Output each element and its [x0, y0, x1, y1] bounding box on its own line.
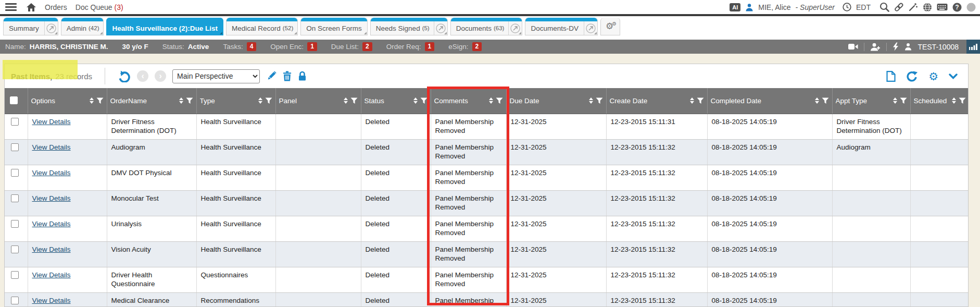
- tab-documents[interactable]: Documents(63): [450, 18, 523, 35]
- row-checkbox[interactable]: [11, 245, 19, 253]
- column-header-ordername[interactable]: OrderName: [107, 88, 196, 114]
- count-badge[interactable]: 1: [425, 42, 435, 51]
- column-header-options[interactable]: Options: [28, 88, 107, 114]
- view-details-link[interactable]: View Details: [32, 143, 71, 151]
- refresh-icon[interactable]: [906, 71, 918, 82]
- sort-icon[interactable]: [589, 97, 593, 104]
- view-details-link[interactable]: View Details: [32, 118, 71, 126]
- tab-admin[interactable]: Admin(42): [61, 18, 104, 35]
- breadcrumb-orders[interactable]: Orders: [45, 3, 67, 11]
- filter-funnel-icon[interactable]: [697, 97, 704, 104]
- cell-status: Deleted: [361, 241, 431, 267]
- menu-icon[interactable]: [4, 2, 18, 12]
- view-details-link[interactable]: View Details: [32, 297, 71, 304]
- breadcrumb-doc-queue[interactable]: Doc Queue (3): [76, 3, 123, 11]
- lock-icon[interactable]: [298, 71, 307, 81]
- count-badge[interactable]: 1: [307, 42, 317, 51]
- help-icon[interactable]: ?: [952, 3, 962, 12]
- row-checkbox[interactable]: [11, 169, 19, 177]
- row-checkbox[interactable]: [11, 143, 19, 151]
- ai-button[interactable]: AI: [730, 3, 740, 11]
- view-details-link[interactable]: View Details: [32, 245, 71, 253]
- column-header-panel[interactable]: Panel: [275, 88, 361, 114]
- sort-icon[interactable]: [258, 97, 262, 104]
- tab-on-screen-forms[interactable]: On Screen Forms: [300, 18, 368, 35]
- forward-arrow-icon[interactable]: ›: [155, 70, 166, 82]
- row-checkbox[interactable]: [11, 118, 19, 126]
- sort-icon[interactable]: [489, 97, 493, 104]
- session-icon[interactable]: [966, 3, 976, 12]
- filter-funnel-icon[interactable]: [959, 97, 966, 104]
- column-header-scheduled[interactable]: Scheduled: [910, 88, 969, 114]
- link-icon[interactable]: [894, 3, 904, 11]
- view-details-link[interactable]: View Details: [32, 220, 71, 228]
- column-header-status[interactable]: Status: [361, 88, 431, 114]
- tab-summary[interactable]: Summary: [3, 18, 58, 35]
- cell-text: Panel Membership Removed: [435, 118, 494, 134]
- undo-icon[interactable]: [118, 70, 131, 82]
- keyboard-icon[interactable]: [937, 3, 948, 11]
- cell-scheduled: [910, 139, 969, 165]
- row-checkbox[interactable]: [11, 220, 19, 228]
- select-all-checkbox[interactable]: [10, 96, 18, 104]
- video-camera-icon[interactable]: [848, 43, 858, 50]
- add-person-icon[interactable]: [870, 43, 881, 51]
- filter-funnel-icon[interactable]: [350, 97, 358, 104]
- settings-gear-icon[interactable]: ⚙: [928, 71, 938, 82]
- back-arrow-icon[interactable]: ‹: [137, 70, 148, 82]
- filter-funnel-icon[interactable]: [900, 97, 907, 104]
- sort-icon[interactable]: [344, 97, 348, 104]
- cell-text: Audiogram: [111, 143, 145, 151]
- chart-stats-icon[interactable]: [966, 40, 980, 54]
- sort-icon[interactable]: [893, 97, 897, 104]
- sort-icon[interactable]: [952, 97, 956, 104]
- sort-icon[interactable]: [90, 97, 94, 104]
- search-icon[interactable]: [880, 2, 889, 12]
- collapse-chevron-icon[interactable]: [949, 73, 958, 79]
- filter-funnel-icon[interactable]: [496, 97, 503, 104]
- cell-create: 12-23-2015 15:11:32: [606, 216, 707, 241]
- edit-pencil-icon[interactable]: [266, 71, 277, 81]
- column-header-completed-date[interactable]: Completed Date: [707, 88, 832, 114]
- row-checkbox[interactable]: [11, 271, 19, 279]
- new-document-icon[interactable]: [886, 71, 896, 82]
- column-header-create-date[interactable]: Create Date: [606, 88, 707, 114]
- sort-icon[interactable]: [179, 97, 183, 104]
- filter-funnel-icon[interactable]: [186, 97, 193, 104]
- tab-documents-dv[interactable]: Documents-DV: [525, 18, 598, 35]
- lightning-icon[interactable]: [893, 42, 899, 51]
- tab-medical-record[interactable]: Medical Record(52): [226, 18, 298, 35]
- filter-funnel-icon[interactable]: [265, 97, 272, 104]
- filter-funnel-icon[interactable]: [596, 97, 603, 104]
- tab-needs-signed[interactable]: Needs Signed(5): [370, 18, 448, 35]
- sort-icon[interactable]: [815, 97, 819, 104]
- tab-health-surveillance-2-due-list[interactable]: Health Surveillance (2):Due List: [106, 18, 223, 35]
- delete-trash-icon[interactable]: [283, 71, 292, 81]
- filter-funnel-icon[interactable]: [420, 97, 428, 104]
- view-details-link[interactable]: View Details: [32, 271, 71, 279]
- filter-funnel-icon[interactable]: [96, 97, 104, 104]
- view-details-link[interactable]: View Details: [32, 194, 71, 202]
- cell-checkbox: [5, 241, 28, 267]
- count-badge[interactable]: 2: [362, 42, 372, 51]
- cell-text: 12-23-2015 15:11:32: [611, 143, 675, 151]
- sort-icon[interactable]: [690, 97, 694, 104]
- column-header-due-date[interactable]: Due Date: [506, 88, 606, 114]
- column-header-comments[interactable]: Comments: [431, 88, 506, 114]
- count-badge[interactable]: 4: [247, 42, 257, 51]
- view-details-link[interactable]: View Details: [32, 169, 71, 177]
- perspective-select[interactable]: Main Perspective: [172, 69, 260, 83]
- row-checkbox[interactable]: [11, 194, 19, 202]
- column-header-appt-type[interactable]: Appt Type: [832, 88, 910, 114]
- filter-funnel-icon[interactable]: [822, 97, 829, 104]
- column-header-type[interactable]: Type: [196, 88, 275, 114]
- tab-settings-gears[interactable]: ⚙⚙: [600, 18, 620, 35]
- patient-field: 30 y/o F: [122, 43, 148, 51]
- wand-icon[interactable]: [909, 3, 918, 11]
- patient-field: Open Enc:1: [270, 42, 317, 51]
- globe-icon[interactable]: [923, 3, 932, 12]
- count-badge[interactable]: 2: [472, 42, 482, 51]
- sort-icon[interactable]: [413, 97, 418, 104]
- home-icon[interactable]: [26, 3, 36, 12]
- row-checkbox[interactable]: [11, 297, 19, 304]
